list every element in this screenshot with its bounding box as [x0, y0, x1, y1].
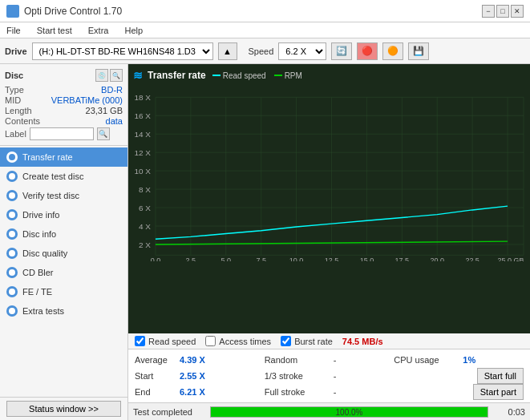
svg-text:25.0 GB: 25.0 GB	[498, 256, 524, 261]
sidebar: Disc 💿 🔍 Type BD-R MID VERBATiMe (000) L…	[0, 64, 128, 420]
progress-time: 0:03	[493, 407, 525, 417]
length-value: 23,31 GB	[86, 106, 123, 115]
read-speed-checkbox[interactable]	[135, 336, 145, 346]
nav-icon-fe-te	[6, 286, 18, 297]
svg-text:0.0: 0.0	[151, 256, 161, 261]
nav-create-test-disc[interactable]: Create test disc	[0, 167, 127, 186]
maximize-button[interactable]: □	[496, 5, 509, 18]
nav-transfer-rate[interactable]: Transfer rate	[0, 147, 127, 167]
svg-text:15.0: 15.0	[360, 256, 374, 261]
disc-label-btn[interactable]: 🔍	[97, 127, 110, 140]
disc-icon-btn2[interactable]: 🔍	[110, 69, 123, 82]
chart-area: ≋ Transfer rate Read speed RPM	[128, 64, 530, 333]
burst-rate-checkbox-label: Burst rate	[294, 337, 333, 346]
content-area: ≋ Transfer rate Read speed RPM	[128, 64, 530, 420]
minimize-button[interactable]: −	[482, 5, 495, 18]
nav-icon-disc-info	[6, 228, 18, 240]
svg-text:5.0: 5.0	[221, 256, 232, 261]
stats-row-end: End 6.21 X Full stroke - Start part	[135, 384, 524, 400]
nav-disc-info[interactable]: Disc info	[0, 224, 127, 244]
menu-file[interactable]: File	[3, 24, 24, 37]
access-times-checkbox-label: Access times	[219, 337, 271, 346]
menu-start-test[interactable]: Start test	[34, 24, 75, 37]
legend-label-read-speed: Read speed	[223, 71, 266, 80]
stats-col-random: Random -	[265, 355, 394, 365]
start-full-area: Start full	[394, 368, 524, 384]
start-label: Start	[135, 371, 175, 381]
access-times-checkbox-item: Access times	[205, 336, 271, 346]
svg-text:20.0: 20.0	[430, 256, 444, 261]
stats-col-start: Start 2.55 X	[135, 371, 265, 381]
nav-disc-quality[interactable]: Disc quality	[0, 244, 127, 263]
nav-label-disc-quality: Disc quality	[22, 248, 67, 258]
status-window-button[interactable]: Status window >>	[6, 401, 121, 417]
refresh-button[interactable]: 🔄	[331, 42, 352, 60]
stats-checkboxes: Read speed Access times Burst rate 74.5 …	[128, 333, 530, 349]
window-controls: − □ ✕	[482, 5, 524, 18]
burst-rate-checkbox[interactable]	[281, 336, 291, 346]
nav-fe-te[interactable]: FE / TE	[0, 282, 127, 301]
type-label: Type	[5, 85, 24, 95]
chart-legend: Read speed RPM	[212, 71, 302, 80]
chart-svg: 18 X 16 X 14 X 12 X 10 X 8 X 6 X 4 X 2 X	[133, 85, 525, 261]
type-value: BD-R	[101, 85, 123, 95]
stats-col-end: End 6.21 X	[135, 387, 265, 397]
stats-row-average: Average 4.39 X Random - CPU usage 1%	[135, 352, 524, 368]
third-stroke-label: 1/3 stroke	[265, 371, 329, 381]
start-full-button[interactable]: Start full	[477, 368, 524, 384]
status-text: Test completed	[133, 407, 205, 417]
disc-icon-btn1[interactable]: 💿	[95, 69, 108, 82]
info-button[interactable]: 🟠	[382, 42, 403, 60]
read-speed-checkbox-item: Read speed	[135, 336, 196, 346]
nav-label-extra-tests: Extra tests	[22, 306, 64, 316]
nav-drive-info[interactable]: Drive info	[0, 205, 127, 224]
menu-help[interactable]: Help	[121, 24, 146, 37]
nav-label-create-test-disc: Create test disc	[22, 172, 83, 181]
svg-text:7.5: 7.5	[256, 256, 266, 261]
nav-verify-test-disc[interactable]: Verify test disc	[0, 186, 127, 205]
progress-area: Test completed 100.0% 0:03	[128, 402, 530, 420]
nav-icon-transfer-rate	[6, 151, 18, 163]
full-stroke-value: -	[334, 387, 358, 397]
save-button[interactable]: 💾	[408, 42, 429, 60]
menu-extra[interactable]: Extra	[85, 24, 112, 37]
eject-button[interactable]: ▲	[218, 42, 237, 60]
svg-text:8 X: 8 X	[139, 185, 151, 194]
start-part-button[interactable]: Start part	[473, 384, 524, 400]
nav-label-verify-test-disc: Verify test disc	[22, 191, 79, 200]
app-title: Opti Drive Control 1.70	[24, 6, 122, 17]
main-layout: Disc 💿 🔍 Type BD-R MID VERBATiMe (000) L…	[0, 64, 530, 420]
close-button[interactable]: ✕	[511, 5, 524, 18]
legend-dot-read-speed	[212, 75, 220, 76]
access-times-checkbox[interactable]	[205, 336, 216, 346]
length-label: Length	[5, 106, 32, 115]
stats-col-third-stroke: 1/3 stroke -	[265, 371, 394, 381]
speed-select[interactable]: 6.2 X Max 1 X 2 X 4 X 8 X	[278, 42, 326, 60]
disc-label-input[interactable]	[30, 127, 94, 140]
progress-percent: 100.0%	[211, 408, 488, 417]
svg-text:12.5: 12.5	[325, 256, 339, 261]
chart-title: ≋ Transfer rate	[133, 69, 206, 82]
nav-icon-drive-info	[6, 209, 18, 220]
nav-icon-cd-bler	[6, 267, 18, 278]
random-label: Random	[265, 355, 329, 365]
drive-label: Drive	[5, 46, 27, 56]
average-value: 4.39 X	[180, 355, 212, 365]
drive-select[interactable]: (H:) HL-DT-ST BD-RE WH16NS48 1.D3	[32, 42, 213, 60]
speed-label: Speed	[249, 46, 274, 56]
nav-cd-bler[interactable]: CD Bler	[0, 263, 127, 282]
nav-label-disc-info: Disc info	[22, 229, 56, 239]
chart-canvas: 18 X 16 X 14 X 12 X 10 X 8 X 6 X 4 X 2 X	[133, 85, 525, 261]
stats-col-full-stroke: Full stroke -	[265, 387, 394, 397]
svg-text:6 X: 6 X	[139, 204, 151, 212]
svg-text:2.5: 2.5	[186, 256, 196, 261]
menu-bar: File Start test Extra Help	[0, 22, 530, 38]
nav-icon-disc-quality	[6, 248, 18, 259]
chart-header: ≋ Transfer rate Read speed RPM	[133, 69, 525, 82]
settings-button[interactable]: 🔴	[357, 42, 378, 60]
progress-bar: 100.0%	[210, 406, 488, 418]
average-label: Average	[135, 355, 175, 365]
status-window-area: Status window >>	[0, 397, 127, 420]
nav-extra-tests[interactable]: Extra tests	[0, 301, 127, 321]
contents-label: Contents	[5, 116, 40, 126]
